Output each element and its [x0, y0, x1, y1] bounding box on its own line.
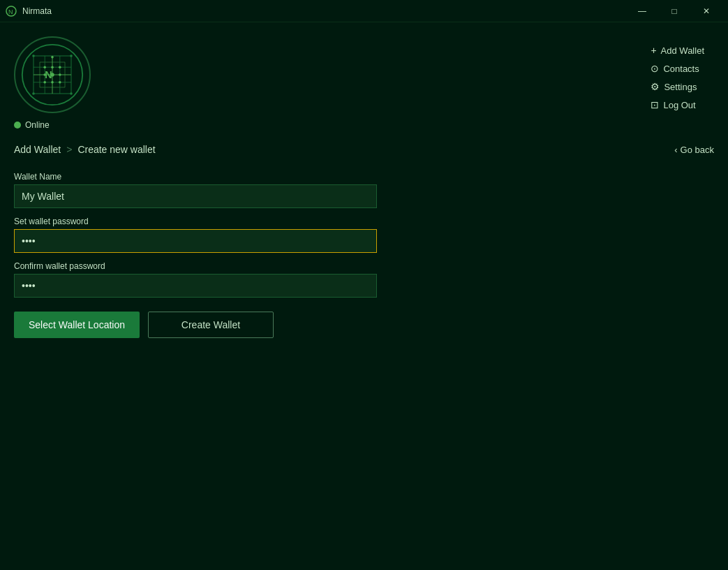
breadcrumb-left: Add Wallet > Create new wallet	[14, 144, 156, 155]
titlebar: N Nirmata — □ ✕	[0, 0, 728, 22]
logout-nav[interactable]: ⊡ Log Out	[648, 98, 698, 112]
svg-point-24	[32, 92, 35, 95]
add-wallet-label: Add Wallet	[661, 45, 704, 56]
confirm-password-label: Confirm wallet password	[14, 261, 377, 271]
breadcrumb-parent[interactable]: Add Wallet	[14, 144, 61, 155]
password-input[interactable]	[14, 229, 377, 253]
online-indicator	[14, 122, 21, 129]
svg-point-17	[43, 81, 46, 84]
logout-icon: ⊡	[651, 99, 659, 110]
svg-point-13	[59, 66, 61, 68]
wallet-name-group: Wallet Name	[14, 172, 377, 208]
breadcrumb-current: Create new wallet	[77, 144, 155, 155]
password-label: Set wallet password	[14, 217, 377, 226]
breadcrumb: Add Wallet > Create new wallet ‹ Go back	[14, 144, 714, 155]
wallet-name-label: Wallet Name	[14, 172, 377, 182]
status-bar: Online	[0, 120, 728, 144]
svg-point-23	[70, 54, 73, 57]
app-logo-icon: N	[6, 6, 17, 17]
confirm-password-group: Confirm wallet password	[14, 261, 377, 298]
breadcrumb-separator: >	[66, 144, 72, 155]
app-container: N + Add Wallet ⊙ Contacts ⚙ Settings	[0, 22, 728, 570]
nav-menu: + Add Wallet ⊙ Contacts ⚙ Settings ⊡ Log…	[648, 36, 707, 112]
contacts-label: Contacts	[663, 64, 699, 74]
svg-point-19	[59, 81, 61, 84]
app-title: Nirmata	[22, 6, 52, 16]
minimize-button[interactable]: —	[626, 0, 658, 22]
select-wallet-location-button[interactable]: Select Wallet Location	[14, 312, 140, 338]
create-wallet-form: Wallet Name Set wallet password Confirm …	[14, 172, 377, 338]
svg-point-12	[51, 66, 54, 68]
svg-point-18	[51, 81, 54, 84]
go-back-label: Go back	[681, 145, 714, 155]
close-button[interactable]: ✕	[690, 0, 722, 22]
svg-text:N: N	[45, 69, 52, 80]
window-controls: — □ ✕	[626, 0, 722, 22]
add-wallet-nav[interactable]: + Add Wallet	[648, 43, 707, 57]
plus-icon: +	[651, 45, 656, 56]
settings-icon: ⚙	[651, 81, 660, 92]
wallet-name-input[interactable]	[14, 184, 377, 208]
status-text: Online	[25, 120, 50, 130]
logo-svg: N	[21, 43, 84, 106]
chevron-left-icon: ‹	[674, 145, 677, 155]
go-back-button[interactable]: ‹ Go back	[674, 145, 714, 155]
password-group: Set wallet password	[14, 217, 377, 253]
svg-point-22	[32, 54, 35, 57]
confirm-password-input[interactable]	[14, 274, 377, 298]
action-buttons: Select Wallet Location Create Wallet	[14, 312, 377, 338]
app-logo: N	[14, 36, 91, 113]
svg-point-16	[59, 73, 61, 76]
contacts-nav[interactable]: ⊙ Contacts	[648, 61, 701, 75]
svg-point-20	[51, 56, 54, 59]
maximize-button[interactable]: □	[658, 0, 690, 22]
header: N + Add Wallet ⊙ Contacts ⚙ Settings	[0, 22, 728, 120]
svg-text:N: N	[8, 8, 13, 15]
settings-label: Settings	[664, 82, 697, 92]
titlebar-left: N Nirmata	[6, 6, 52, 17]
main-content: Add Wallet > Create new wallet ‹ Go back…	[0, 144, 728, 570]
logout-label: Log Out	[663, 100, 695, 110]
svg-point-11	[43, 66, 46, 68]
svg-point-25	[70, 92, 73, 95]
contacts-icon: ⊙	[651, 63, 659, 74]
create-wallet-button[interactable]: Create Wallet	[148, 312, 274, 338]
settings-nav[interactable]: ⚙ Settings	[648, 80, 699, 94]
